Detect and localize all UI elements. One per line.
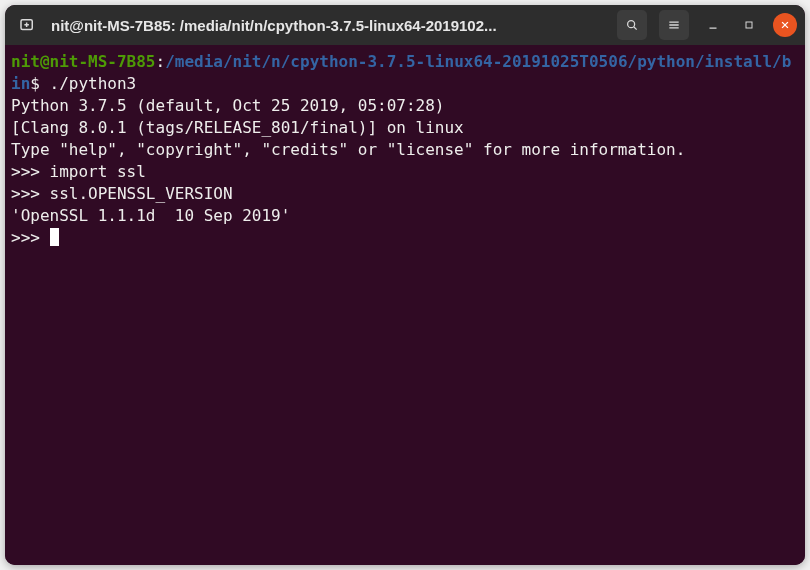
python-version-line: Python 3.7.5 (default, Oct 25 2019, 05:0… <box>11 96 454 115</box>
shell-command: ./python3 <box>50 74 137 93</box>
titlebar-right <box>617 10 797 40</box>
menu-button[interactable] <box>659 10 689 40</box>
close-button[interactable] <box>773 13 797 37</box>
terminal-window: nit@nit-MS-7B85: /media/nit/n/cpython-3.… <box>5 5 805 565</box>
svg-line-2 <box>634 27 637 30</box>
new-tab-icon[interactable] <box>13 11 41 39</box>
cursor-icon <box>50 228 59 246</box>
repl-prompt: >>> <box>11 228 50 247</box>
prompt-userhost: nit@nit-MS-7B85 <box>11 52 156 71</box>
repl-input-2: ssl.OPENSSL_VERSION <box>50 184 233 203</box>
search-button[interactable] <box>617 10 647 40</box>
repl-prompt: >>> <box>11 162 50 181</box>
window-title: nit@nit-MS-7B85: /media/nit/n/cpython-3.… <box>47 17 611 34</box>
minimize-button[interactable] <box>701 13 725 37</box>
compiler-line: [Clang 8.0.1 (tags/RELEASE_801/final)] o… <box>11 118 464 137</box>
repl-prompt: >>> <box>11 184 50 203</box>
help-line: Type "help", "copyright", "credits" or "… <box>11 140 685 159</box>
svg-point-1 <box>628 21 635 28</box>
prompt-dollar: $ <box>30 74 49 93</box>
terminal-body[interactable]: nit@nit-MS-7B85:/media/nit/n/cpython-3.7… <box>5 45 805 565</box>
titlebar-left <box>13 11 41 39</box>
repl-output: 'OpenSSL 1.1.1d 10 Sep 2019' <box>11 206 290 225</box>
titlebar: nit@nit-MS-7B85: /media/nit/n/cpython-3.… <box>5 5 805 45</box>
repl-input-1: import ssl <box>50 162 146 181</box>
prompt-colon: : <box>156 52 166 71</box>
svg-rect-7 <box>746 22 752 28</box>
maximize-button[interactable] <box>737 13 761 37</box>
